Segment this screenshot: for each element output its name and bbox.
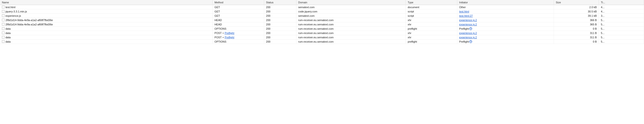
cell-time: 4... — [599, 5, 644, 9]
cell-size: 30.5 kB — [554, 9, 599, 14]
cell-initiator: experience.js:2 — [457, 18, 554, 22]
preflight-initiator: Preflight ⓘ — [459, 40, 472, 43]
info-circle-icon[interactable]: ⓘ — [469, 27, 472, 30]
initiator-link[interactable]: experience.js:2 — [459, 19, 477, 22]
column-header-type[interactable]: Type — [406, 0, 457, 5]
table-row[interactable]: test.htmlGET200sematext.comdocumentOther… — [0, 5, 644, 9]
row-checkbox[interactable] — [2, 6, 4, 8]
cell-status: 200 — [264, 35, 296, 40]
initiator-link[interactable]: experience.js:2 — [459, 23, 477, 26]
row-name-text: jquery-3.3.1.min.js — [6, 10, 27, 13]
row-checkbox[interactable] — [2, 36, 4, 39]
cell-time: 4... — [599, 9, 644, 14]
initiator-link[interactable]: experience.js:2 — [459, 36, 477, 39]
cell-method: GET — [212, 14, 264, 18]
cell-initiator: experience.js:2 — [457, 31, 554, 35]
cell-domain: rum-receiver.eu.sematext.com — [296, 18, 406, 22]
initiator-link[interactable]: test.html — [459, 10, 469, 13]
preflight-initiator: Preflight ⓘ — [459, 27, 472, 30]
cell-type: document — [406, 5, 457, 9]
network-requests-table: Name Method Status Domain Type Initiator… — [0, 0, 644, 44]
cell-domain: code.jquery.com — [296, 9, 406, 14]
cell-domain: sematext.com — [296, 14, 406, 18]
row-checkbox[interactable] — [2, 19, 4, 21]
cell-time: 5... — [599, 27, 644, 31]
cell-initiator: test.html:27 — [457, 14, 554, 18]
cell-method: OPTIONS — [212, 40, 264, 44]
table-row[interactable]: dataPOST + Preflight200rum-receiver.eu.s… — [0, 31, 644, 35]
cell-status: 200 — [264, 14, 296, 18]
column-header-time[interactable]: Ti... — [599, 0, 644, 5]
table-row[interactable]: dataPOST + Preflight200rum-receiver.eu.s… — [0, 35, 644, 40]
cell-time: 5... — [599, 35, 644, 40]
preflight-text: Preflight — [459, 27, 469, 30]
row-checkbox[interactable] — [2, 27, 4, 30]
column-header-domain[interactable]: Domain — [296, 0, 406, 5]
cell-status: 200 — [264, 40, 296, 44]
cell-time: 5... — [599, 31, 644, 35]
table-header-row: Name Method Status Domain Type Initiator… — [0, 0, 644, 5]
cell-name: experience.js — [0, 14, 212, 18]
cell-name: data — [0, 35, 212, 40]
cell-method: HEAD — [212, 22, 264, 27]
column-header-initiator[interactable]: Initiator — [457, 0, 554, 5]
preflight-link[interactable]: Preflight — [225, 32, 234, 35]
cell-size: 366 B — [554, 18, 599, 22]
cell-initiator: test.html — [457, 9, 554, 14]
row-checkbox[interactable] — [2, 14, 4, 17]
table-row[interactable]: jquery-3.3.1.min.jsGET200code.jquery.com… — [0, 9, 644, 14]
cell-size: 311 B — [554, 35, 599, 40]
preflight-link[interactable]: Preflight — [225, 36, 234, 39]
row-checkbox[interactable] — [2, 23, 4, 26]
cell-status: 200 — [264, 27, 296, 31]
cell-domain: sematext.com — [296, 5, 406, 9]
cell-method: OPTIONS — [212, 27, 264, 31]
cell-initiator: Preflight ⓘ — [457, 27, 554, 31]
cell-domain: rum-receiver.eu.sematext.com — [296, 22, 406, 27]
cell-size: 39.1 kB — [554, 14, 599, 18]
cell-type: xhr — [406, 22, 457, 27]
cell-name: 2f8d1d14-9dda-4e9a-a1a2-af68f7fbd36e — [0, 22, 212, 27]
cell-type: xhr — [406, 18, 457, 22]
cell-name: jquery-3.3.1.min.js — [0, 9, 212, 14]
row-name-text: data — [6, 36, 10, 39]
column-header-name[interactable]: Name — [0, 0, 212, 5]
cell-type: preflight — [406, 40, 457, 44]
row-checkbox[interactable] — [2, 10, 4, 13]
table-row[interactable]: experience.jsGET200sematext.comscripttes… — [0, 14, 644, 18]
cell-domain: rum-receiver.eu.sematext.com — [296, 31, 406, 35]
initiator-link[interactable]: test.html:27 — [459, 14, 473, 17]
cell-initiator: experience.js:2 — [457, 35, 554, 40]
row-name-text: test.html — [6, 6, 16, 9]
info-circle-icon[interactable]: ⓘ — [469, 40, 472, 43]
method-prefix: POST + — [214, 36, 224, 39]
table-row[interactable]: dataOPTIONS200rum-receiver.eu.sematext.c… — [0, 40, 644, 44]
cell-status: 200 — [264, 9, 296, 14]
column-header-size[interactable]: Size — [554, 0, 599, 5]
table-row[interactable]: dataOPTIONS200rum-receiver.eu.sematext.c… — [0, 27, 644, 31]
row-checkbox[interactable] — [2, 32, 4, 34]
initiator-link[interactable]: experience.js:2 — [459, 32, 477, 35]
cell-size: 365 B — [554, 22, 599, 27]
preflight-text: Preflight — [459, 40, 469, 43]
column-header-status[interactable]: Status — [264, 0, 296, 5]
cell-name: test.html — [0, 5, 212, 9]
cell-status: 200 — [264, 31, 296, 35]
cell-time: 5... — [599, 18, 644, 22]
cell-domain: rum-receiver.eu.sematext.com — [296, 27, 406, 31]
cell-type: xhr — [406, 31, 457, 35]
cell-type: script — [406, 14, 457, 18]
row-name-text: experience.js — [6, 14, 21, 17]
table-row[interactable]: 2f8d1d14-9dda-4e9a-a1a2-af68f7fbd36eHEAD… — [0, 22, 644, 27]
cell-name: 2f8d1d14-9dda-4e9a-a1a2-af68f7fbd36e — [0, 18, 212, 22]
row-name-text: 2f8d1d14-9dda-4e9a-a1a2-af68f7fbd36e — [6, 23, 53, 26]
row-name-text: data — [6, 32, 10, 35]
column-header-method[interactable]: Method — [212, 0, 264, 5]
cell-method: GET — [212, 5, 264, 9]
cell-type: script — [406, 9, 457, 14]
cell-initiator: Preflight ⓘ — [457, 40, 554, 44]
table-row[interactable]: 2f8d1d14-9dda-4e9a-a1a2-af68f7fbd36eHEAD… — [0, 18, 644, 22]
cell-domain: rum-receiver.eu.sematext.com — [296, 35, 406, 40]
row-checkbox[interactable] — [2, 40, 4, 43]
row-name-text: data — [6, 40, 10, 43]
